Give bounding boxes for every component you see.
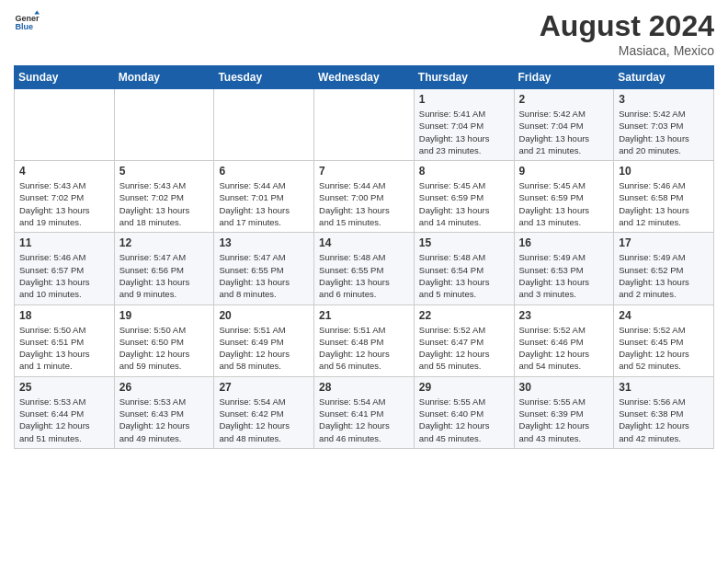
day-info: Sunrise: 5:44 AMSunset: 7:01 PMDaylight:…	[219, 179, 309, 228]
calendar-cell: 22Sunrise: 5:52 AMSunset: 6:47 PMDayligh…	[414, 304, 514, 376]
day-number: 3	[619, 93, 709, 106]
day-info: Sunrise: 5:45 AMSunset: 6:59 PMDaylight:…	[519, 179, 609, 228]
svg-text:Blue: Blue	[15, 22, 33, 31]
weekday-header: Sunday	[15, 66, 115, 89]
day-info: Sunrise: 5:54 AMSunset: 6:41 PMDaylight:…	[319, 396, 409, 444]
weekday-header: Wednesday	[314, 66, 415, 89]
day-number: 23	[519, 309, 609, 322]
day-number: 5	[119, 165, 210, 178]
calendar-week-row: 25Sunrise: 5:53 AMSunset: 6:44 PMDayligh…	[15, 376, 714, 448]
day-number: 18	[19, 309, 109, 322]
calendar-cell: 8Sunrise: 5:45 AMSunset: 6:59 PMDaylight…	[414, 161, 514, 233]
calendar-cell	[114, 89, 214, 161]
day-number: 1	[419, 93, 509, 106]
day-info: Sunrise: 5:53 AMSunset: 6:44 PMDaylight:…	[19, 396, 109, 444]
day-number: 17	[619, 236, 709, 249]
day-info: Sunrise: 5:54 AMSunset: 6:42 PMDaylight:…	[219, 396, 309, 444]
calendar-cell: 31Sunrise: 5:56 AMSunset: 6:38 PMDayligh…	[614, 376, 714, 448]
day-info: Sunrise: 5:52 AMSunset: 6:46 PMDaylight:…	[519, 324, 609, 373]
title-block: August 2024 Masiaca, Mexico	[540, 9, 714, 58]
svg-marker-2	[34, 10, 40, 14]
day-info: Sunrise: 5:44 AMSunset: 7:00 PMDaylight:…	[319, 179, 409, 228]
calendar-cell	[214, 89, 314, 161]
day-number: 26	[119, 381, 210, 394]
weekday-header-row: SundayMondayTuesdayWednesdayThursdayFrid…	[15, 66, 714, 89]
day-info: Sunrise: 5:52 AMSunset: 6:45 PMDaylight:…	[619, 324, 709, 373]
weekday-header: Thursday	[414, 66, 514, 89]
calendar-cell: 15Sunrise: 5:48 AMSunset: 6:54 PMDayligh…	[414, 233, 514, 304]
calendar-cell: 11Sunrise: 5:46 AMSunset: 6:57 PMDayligh…	[15, 233, 115, 304]
day-info: Sunrise: 5:43 AMSunset: 7:02 PMDaylight:…	[19, 179, 109, 228]
svg-text:General: General	[15, 14, 40, 23]
day-info: Sunrise: 5:43 AMSunset: 7:02 PMDaylight:…	[119, 179, 210, 228]
page-header: General Blue August 2024 Masiaca, Mexico	[14, 9, 714, 58]
day-info: Sunrise: 5:46 AMSunset: 6:58 PMDaylight:…	[619, 179, 709, 228]
calendar-cell: 12Sunrise: 5:47 AMSunset: 6:56 PMDayligh…	[114, 233, 214, 304]
day-number: 12	[119, 236, 210, 249]
day-number: 30	[519, 381, 609, 394]
day-number: 15	[419, 236, 509, 249]
day-number: 8	[419, 165, 509, 178]
day-info: Sunrise: 5:42 AMSunset: 7:04 PMDaylight:…	[519, 108, 609, 156]
month-year: August 2024	[540, 9, 714, 43]
calendar-cell: 16Sunrise: 5:49 AMSunset: 6:53 PMDayligh…	[514, 233, 614, 304]
day-number: 19	[119, 309, 210, 322]
day-number: 27	[219, 381, 309, 394]
calendar-cell: 1Sunrise: 5:41 AMSunset: 7:04 PMDaylight…	[414, 89, 514, 161]
day-number: 20	[219, 309, 309, 322]
day-info: Sunrise: 5:51 AMSunset: 6:49 PMDaylight:…	[219, 324, 309, 373]
day-number: 10	[619, 165, 709, 178]
logo: General Blue	[14, 9, 40, 35]
day-number: 24	[619, 309, 709, 322]
calendar-cell: 29Sunrise: 5:55 AMSunset: 6:40 PMDayligh…	[414, 376, 514, 448]
calendar-cell: 9Sunrise: 5:45 AMSunset: 6:59 PMDaylight…	[514, 161, 614, 233]
calendar-cell: 6Sunrise: 5:44 AMSunset: 7:01 PMDaylight…	[214, 161, 314, 233]
day-number: 4	[19, 165, 109, 178]
day-number: 11	[19, 236, 109, 249]
calendar-cell: 30Sunrise: 5:55 AMSunset: 6:39 PMDayligh…	[514, 376, 614, 448]
day-number: 21	[319, 309, 409, 322]
calendar-cell: 26Sunrise: 5:53 AMSunset: 6:43 PMDayligh…	[114, 376, 214, 448]
calendar-cell: 14Sunrise: 5:48 AMSunset: 6:55 PMDayligh…	[314, 233, 415, 304]
day-info: Sunrise: 5:48 AMSunset: 6:55 PMDaylight:…	[319, 251, 409, 300]
day-number: 31	[619, 381, 709, 394]
day-number: 6	[219, 165, 309, 178]
weekday-header: Tuesday	[214, 66, 314, 89]
calendar-table: SundayMondayTuesdayWednesdayThursdayFrid…	[14, 65, 714, 449]
day-number: 9	[519, 165, 609, 178]
day-info: Sunrise: 5:47 AMSunset: 6:55 PMDaylight:…	[219, 251, 309, 300]
calendar-cell: 20Sunrise: 5:51 AMSunset: 6:49 PMDayligh…	[214, 304, 314, 376]
calendar-cell	[15, 89, 115, 161]
day-number: 13	[219, 236, 309, 249]
calendar-week-row: 11Sunrise: 5:46 AMSunset: 6:57 PMDayligh…	[15, 233, 714, 304]
day-number: 25	[19, 381, 109, 394]
day-info: Sunrise: 5:50 AMSunset: 6:51 PMDaylight:…	[19, 324, 109, 373]
day-info: Sunrise: 5:41 AMSunset: 7:04 PMDaylight:…	[419, 108, 509, 156]
calendar-cell: 4Sunrise: 5:43 AMSunset: 7:02 PMDaylight…	[15, 161, 115, 233]
day-info: Sunrise: 5:47 AMSunset: 6:56 PMDaylight:…	[119, 251, 210, 300]
calendar-cell: 13Sunrise: 5:47 AMSunset: 6:55 PMDayligh…	[214, 233, 314, 304]
day-info: Sunrise: 5:56 AMSunset: 6:38 PMDaylight:…	[619, 396, 709, 444]
calendar-cell: 19Sunrise: 5:50 AMSunset: 6:50 PMDayligh…	[114, 304, 214, 376]
weekday-header: Monday	[114, 66, 214, 89]
day-info: Sunrise: 5:49 AMSunset: 6:53 PMDaylight:…	[519, 251, 609, 300]
day-number: 16	[519, 236, 609, 249]
calendar-cell: 27Sunrise: 5:54 AMSunset: 6:42 PMDayligh…	[214, 376, 314, 448]
day-number: 2	[519, 93, 609, 106]
day-number: 28	[319, 381, 409, 394]
calendar-cell: 25Sunrise: 5:53 AMSunset: 6:44 PMDayligh…	[15, 376, 115, 448]
day-info: Sunrise: 5:51 AMSunset: 6:48 PMDaylight:…	[319, 324, 409, 373]
calendar-cell: 7Sunrise: 5:44 AMSunset: 7:00 PMDaylight…	[314, 161, 415, 233]
location: Masiaca, Mexico	[540, 43, 714, 58]
day-info: Sunrise: 5:55 AMSunset: 6:40 PMDaylight:…	[419, 396, 509, 444]
calendar-cell: 5Sunrise: 5:43 AMSunset: 7:02 PMDaylight…	[114, 161, 214, 233]
calendar-cell: 18Sunrise: 5:50 AMSunset: 6:51 PMDayligh…	[15, 304, 115, 376]
calendar-cell	[314, 89, 415, 161]
day-info: Sunrise: 5:42 AMSunset: 7:03 PMDaylight:…	[619, 108, 709, 156]
calendar-week-row: 18Sunrise: 5:50 AMSunset: 6:51 PMDayligh…	[15, 304, 714, 376]
calendar-cell: 24Sunrise: 5:52 AMSunset: 6:45 PMDayligh…	[614, 304, 714, 376]
day-number: 29	[419, 381, 509, 394]
day-info: Sunrise: 5:52 AMSunset: 6:47 PMDaylight:…	[419, 324, 509, 373]
calendar-cell: 23Sunrise: 5:52 AMSunset: 6:46 PMDayligh…	[514, 304, 614, 376]
calendar-cell: 2Sunrise: 5:42 AMSunset: 7:04 PMDaylight…	[514, 89, 614, 161]
